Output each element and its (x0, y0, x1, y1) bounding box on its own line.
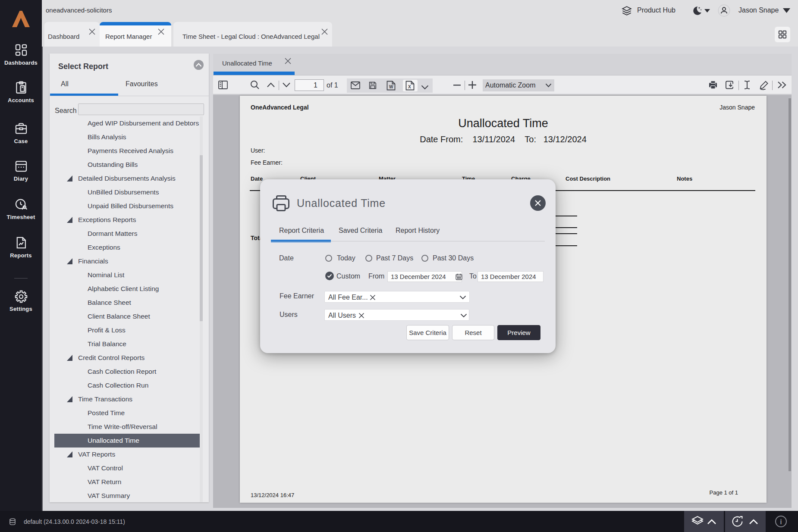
svg-text:X: X (408, 84, 411, 89)
svg-text:W: W (389, 84, 393, 89)
